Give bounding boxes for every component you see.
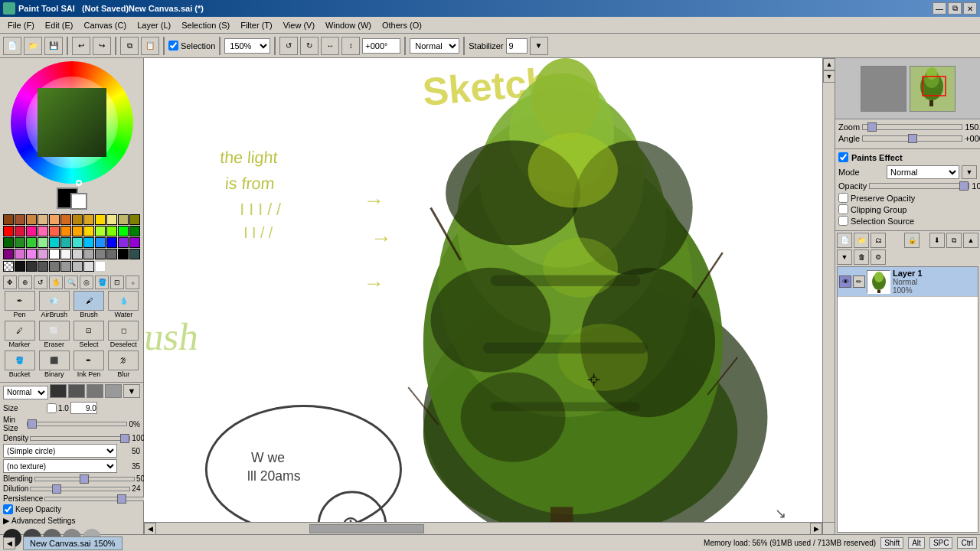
- canvas-nav-thumb[interactable]: [910, 66, 956, 112]
- swatch[interactable]: [118, 249, 129, 259]
- swatch[interactable]: [95, 226, 106, 236]
- color-preview-thumb[interactable]: [861, 66, 906, 112]
- brush-tool[interactable]: 🖌: [74, 291, 104, 311]
- persistence-slider[interactable]: [44, 497, 145, 501]
- blending-slider[interactable]: [34, 477, 135, 481]
- preserve-opacity-checkbox[interactable]: [838, 193, 848, 203]
- menu-window[interactable]: Window (W): [321, 19, 376, 31]
- swatch[interactable]: [106, 214, 117, 225]
- rotate-tool[interactable]: ↺: [34, 276, 47, 289]
- blur-tool[interactable]: 🌫: [108, 350, 139, 370]
- selection-source-checkbox[interactable]: [838, 216, 848, 226]
- layer-move-up-button[interactable]: ▲: [963, 233, 978, 248]
- swatch[interactable]: [95, 249, 106, 259]
- swatch[interactable]: [129, 249, 140, 259]
- menu-edit[interactable]: Edit (E): [41, 19, 78, 31]
- swatch[interactable]: [49, 237, 60, 248]
- swatch[interactable]: [3, 249, 14, 259]
- swatch[interactable]: [3, 261, 14, 272]
- clipping-group-checkbox[interactable]: [838, 204, 848, 214]
- save-button[interactable]: 💾: [44, 37, 63, 55]
- binary-tool[interactable]: ⬛: [39, 350, 70, 370]
- swatch[interactable]: [38, 237, 48, 248]
- layer-move-down-button[interactable]: ▼: [837, 249, 852, 265]
- advanced-label[interactable]: Advanced Settings: [11, 517, 75, 525]
- color-square[interactable]: [38, 88, 106, 157]
- swatch[interactable]: [60, 226, 71, 236]
- color-wheel[interactable]: [11, 61, 133, 184]
- paste-button[interactable]: 📋: [141, 37, 159, 55]
- brush-mode-1[interactable]: [50, 384, 67, 398]
- scroll-right-button[interactable]: ▶: [810, 523, 822, 535]
- paints-effect-checkbox[interactable]: [838, 152, 848, 162]
- swatch[interactable]: [83, 261, 94, 272]
- swatch[interactable]: [3, 226, 14, 236]
- menu-canvas[interactable]: Canvas (C): [80, 19, 132, 31]
- swatch[interactable]: [15, 226, 25, 236]
- swatch[interactable]: [60, 261, 71, 272]
- color-wheel-container[interactable]: [11, 61, 133, 184]
- swatch[interactable]: [49, 226, 60, 236]
- swatch[interactable]: [49, 261, 60, 272]
- rotate-left-button[interactable]: ↺: [279, 37, 298, 55]
- swatch[interactable]: [129, 237, 140, 248]
- select-tool[interactable]: ⊡: [74, 321, 104, 341]
- scroll-left-button[interactable]: ◀: [144, 523, 156, 535]
- minsize-slider[interactable]: [27, 422, 127, 426]
- swatch[interactable]: [15, 249, 25, 259]
- swatch[interactable]: [106, 249, 117, 259]
- swatch[interactable]: [106, 226, 117, 236]
- background-color[interactable]: [70, 193, 87, 210]
- swatch[interactable]: [60, 214, 71, 225]
- swatch[interactable]: [15, 214, 25, 225]
- new-button[interactable]: 📄: [3, 37, 21, 55]
- shape-select[interactable]: (Simple circle): [3, 444, 117, 458]
- swatch[interactable]: [15, 261, 25, 272]
- swatch[interactable]: [129, 226, 140, 236]
- eraser-tool[interactable]: ⬜: [39, 321, 70, 341]
- rotate-right-button[interactable]: ↻: [300, 37, 318, 55]
- horizontal-scrollbar[interactable]: ◀ ▶: [144, 522, 822, 534]
- swatch[interactable]: [72, 261, 83, 272]
- new-layerset-button[interactable]: 📁: [854, 233, 869, 248]
- marker-tool[interactable]: 🖊: [5, 321, 35, 341]
- size-input[interactable]: [70, 402, 97, 414]
- swatch[interactable]: [26, 237, 37, 248]
- redo-button[interactable]: ↪: [93, 37, 111, 55]
- dilution-slider[interactable]: [30, 487, 130, 491]
- swatch[interactable]: [83, 249, 94, 259]
- menu-layer[interactable]: Layer (L): [132, 19, 175, 31]
- layer-delete-button[interactable]: 🗑: [854, 249, 869, 265]
- new-layer-button[interactable]: 📄: [837, 233, 852, 248]
- brush-mode-3[interactable]: [87, 384, 103, 398]
- swatch[interactable]: [95, 214, 106, 225]
- swatch[interactable]: [118, 226, 129, 236]
- density-slider[interactable]: [30, 436, 130, 441]
- swatch[interactable]: [26, 249, 37, 259]
- zoom-tool[interactable]: 🔍: [64, 276, 78, 289]
- menu-file[interactable]: File (F): [3, 19, 39, 31]
- hand-tool[interactable]: ✋: [49, 276, 63, 289]
- size-lock-checkbox[interactable]: [47, 403, 57, 413]
- swatch[interactable]: [72, 214, 83, 225]
- airbrush-tool[interactable]: 💨: [39, 291, 70, 311]
- stabilizer-down-button[interactable]: ▼: [530, 37, 548, 55]
- water-tool[interactable]: 💧: [108, 291, 139, 311]
- magic-select-tool[interactable]: ⬦: [126, 276, 139, 289]
- layer-copy-button[interactable]: ⧉: [946, 233, 962, 248]
- close-button[interactable]: ✕: [963, 2, 977, 15]
- vertical-scrollbar[interactable]: ▲ ▼: [822, 58, 835, 522]
- swatch[interactable]: [15, 237, 25, 248]
- zoom-select[interactable]: 150%: [224, 38, 270, 54]
- swatch[interactable]: [83, 237, 94, 248]
- swatch[interactable]: [49, 249, 60, 259]
- layer-visibility-button[interactable]: 👁: [839, 276, 851, 288]
- canvas-viewport[interactable]: Sketch the light is from I I I / / I I /…: [144, 58, 822, 522]
- swatch[interactable]: [26, 261, 37, 272]
- swatch[interactable]: [83, 226, 94, 236]
- transform-tool[interactable]: ⊕: [18, 276, 32, 289]
- swatch[interactable]: [106, 237, 117, 248]
- zoom-slider[interactable]: [862, 124, 962, 130]
- mode-select-r[interactable]: Normal: [887, 165, 959, 179]
- swatch[interactable]: [72, 249, 83, 259]
